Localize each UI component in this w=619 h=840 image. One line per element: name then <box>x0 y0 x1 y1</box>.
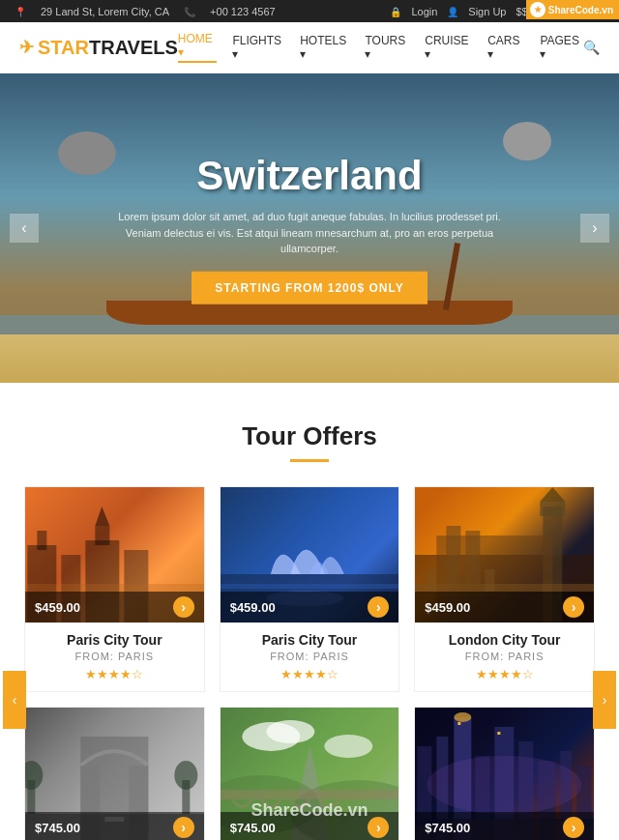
tour-from-3: FROM: PARIS <box>425 651 584 662</box>
svg-rect-20 <box>486 569 495 592</box>
badge-icon: ★ <box>530 2 545 17</box>
signup-link[interactable]: Sign Up <box>468 6 506 17</box>
phone-icon <box>184 6 195 17</box>
svg-point-34 <box>266 720 314 743</box>
tour-img-3: $459.00 › <box>415 487 594 623</box>
svg-point-27 <box>25 761 43 790</box>
section-underline <box>290 459 329 462</box>
tour-price-3: $459.00 <box>425 600 470 615</box>
svg-rect-19 <box>427 569 437 592</box>
svg-rect-13 <box>541 502 566 516</box>
svg-rect-36 <box>221 790 399 799</box>
tour-from-2: FROM: PARIS <box>230 651 390 662</box>
logo-brand-travels: TRAVELS <box>89 37 178 59</box>
tour-card-2: $459.00 › Paris City Tour FROM: PARIS ★★… <box>220 486 400 692</box>
tour-img-4: $745.00 › <box>25 708 204 840</box>
svg-marker-14 <box>541 487 566 502</box>
tour-stars-2: ★★★★☆ <box>230 667 390 681</box>
tour-name-3: London City Tour <box>425 632 584 648</box>
hero-rock-right <box>503 122 551 160</box>
tour-card-6: $745.00 › Shanghai Tour FROM: CHINA ★★★★… <box>414 707 595 840</box>
hero-rock-left <box>58 131 116 175</box>
tour-slider-next[interactable]: › <box>593 671 616 729</box>
tour-price-btn-5[interactable]: › <box>368 817 389 838</box>
tour-info-1: Paris City Tour FROM: PARIS ★★★★☆ <box>25 623 204 691</box>
tour-price-1: $459.00 <box>35 600 80 615</box>
svg-rect-17 <box>466 531 481 584</box>
svg-point-41 <box>455 712 472 722</box>
nav-flights[interactable]: FLIGHTS ▾ <box>232 34 284 61</box>
tour-info-3: London City Tour FROM: PARIS ★★★★☆ <box>415 623 594 691</box>
tour-price-btn-3[interactable]: › <box>563 596 584 618</box>
hero-content: Switzerland Lorem ipsum dolor sit amet, … <box>116 153 503 304</box>
tour-price-btn-2[interactable]: › <box>368 596 389 618</box>
hero-banner: Switzerland Lorem ipsum dolor sit amet, … <box>0 73 619 383</box>
hero-sand <box>0 334 619 383</box>
tour-price-btn-1[interactable]: › <box>173 596 194 618</box>
svg-rect-9 <box>221 584 399 589</box>
tour-price-bar-4: $745.00 › <box>25 812 204 840</box>
logo-brand-star: STAR <box>38 37 89 59</box>
nav-tours[interactable]: TOURS ▾ <box>365 34 409 61</box>
tour-price-bar-5: $745.00 › <box>221 812 399 840</box>
tour-img-5: $745.00 › <box>221 708 399 840</box>
hero-description: Lorem ipsum dolor sit amet, ad duo fugit… <box>116 209 503 257</box>
hero-cta-button[interactable]: STARTING FROM 1200$ ONLY <box>192 271 427 304</box>
lock-icon <box>390 6 401 17</box>
login-link[interactable]: Login <box>411 6 437 17</box>
boat-body <box>106 301 513 325</box>
sharecode-badge: ★ ShareCode.vn <box>526 0 619 19</box>
svg-point-50 <box>427 756 582 814</box>
hero-next-button[interactable]: › <box>580 214 609 243</box>
svg-rect-49 <box>498 732 501 735</box>
tour-price-bar-3: $459.00 › <box>415 592 594 623</box>
nav-cruise[interactable]: CRUISE ▾ <box>425 34 472 61</box>
tour-price-4: $745.00 <box>35 821 80 835</box>
tour-price-bar-2: $459.00 › <box>221 592 399 623</box>
top-bar-left: 29 Land St, Lorem City, CA +00 123 4567 <box>15 6 276 17</box>
address-text: 29 Land St, Lorem City, CA <box>41 6 169 17</box>
tour-img-6: $745.00 › <box>415 708 594 840</box>
tour-card-5: $745.00 › Orlando City Tour FROM: CHINA … <box>220 707 400 840</box>
badge-text: ShareCode.vn <box>548 5 613 15</box>
tour-price-btn-4[interactable]: › <box>173 817 194 838</box>
tour-stars-3: ★★★★☆ <box>425 667 584 681</box>
nav-hotels[interactable]: HOTELS ▾ <box>300 34 349 61</box>
tour-card-3: $459.00 › London City Tour FROM: PARIS ★… <box>414 486 595 692</box>
svg-rect-1 <box>37 531 46 550</box>
tour-price-btn-6[interactable]: › <box>563 817 584 838</box>
search-icon[interactable]: 🔍 <box>583 40 600 55</box>
tour-grid-wrap: ‹ › <box>24 486 595 840</box>
svg-point-35 <box>324 735 372 758</box>
phone-text: +00 123 4567 <box>210 6 276 17</box>
svg-rect-18 <box>415 584 594 592</box>
tour-price-2: $459.00 <box>230 600 276 615</box>
tour-from-1: FROM: PARIS <box>35 651 194 662</box>
section-title: Tour Offers <box>19 421 600 451</box>
svg-rect-16 <box>447 526 461 584</box>
tour-name-2: Paris City Tour <box>230 632 390 648</box>
tour-grid-row2: ShareCode.vn <box>24 707 595 840</box>
nav-links: HOME ▾ FLIGHTS ▾ HOTELS ▾ TOURS ▾ CRUISE… <box>178 32 583 63</box>
tour-img-2: $459.00 › <box>221 487 399 623</box>
tour-img-1: $459.00 › <box>25 487 204 623</box>
nav-pages[interactable]: PAGES ▾ <box>540 34 583 61</box>
logo-star-icon: ✈ <box>19 37 34 58</box>
tour-slider-prev[interactable]: ‹ <box>3 671 26 729</box>
tour-price-bar-1: $459.00 › <box>25 592 204 623</box>
hero-prev-button[interactable]: ‹ <box>10 214 39 243</box>
tour-name-1: Paris City Tour <box>35 632 194 648</box>
tour-info-2: Paris City Tour FROM: PARIS ★★★★☆ <box>221 623 399 691</box>
navbar: ✈ STARTRAVELS HOME ▾ FLIGHTS ▾ HOTELS ▾ … <box>0 22 619 73</box>
svg-rect-4 <box>95 526 109 545</box>
user-icon <box>447 6 458 17</box>
logo[interactable]: ✈ STARTRAVELS <box>19 37 178 59</box>
nav-home[interactable]: HOME ▾ <box>178 32 218 63</box>
tour-card-1: $459.00 › Paris City Tour FROM: PARIS ★★… <box>24 486 205 692</box>
svg-marker-6 <box>95 507 109 526</box>
tour-stars-1: ★★★★☆ <box>35 667 194 681</box>
tour-price-5: $745.00 <box>230 821 276 835</box>
nav-cars[interactable]: CARS ▾ <box>487 34 524 61</box>
tour-price-6: $745.00 <box>425 821 470 835</box>
tour-offers-section: Tour Offers ‹ › <box>0 383 619 840</box>
